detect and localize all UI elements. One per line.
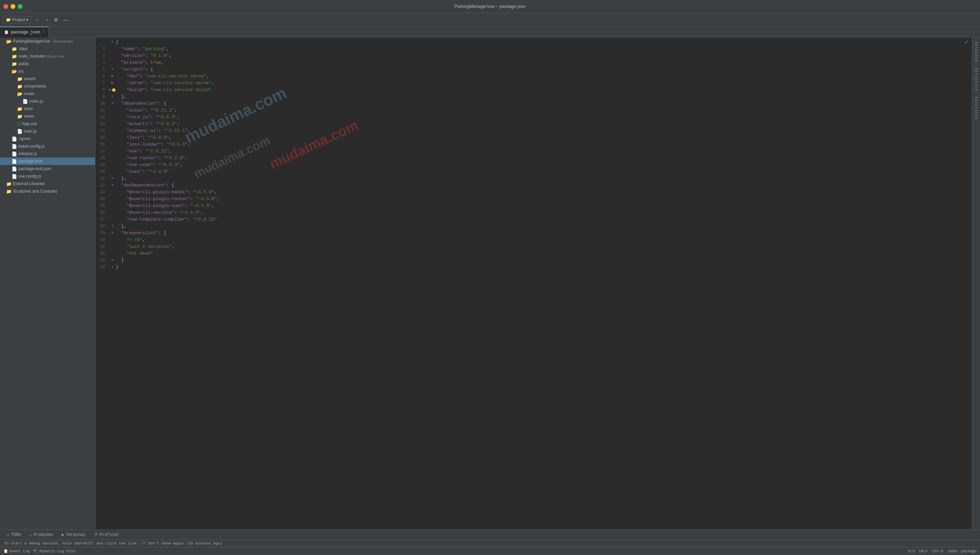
packagelock-icon: 📄 [11,166,17,172]
fold-close-root[interactable] [112,264,114,271]
profiler-icon: ⏱ [94,532,98,537]
file-saved-checkmark: ✓ [965,38,969,46]
extlibs-icon: 📁 [6,181,11,186]
database-panel-icon[interactable]: Database [973,40,980,64]
sidebar-item-package-json[interactable]: 📄 package.json [0,157,95,165]
minimize-button[interactable] [11,4,15,9]
sidebar-item-node-modules[interactable]: 📁 node_modules library root [0,53,95,60]
code-line-20: 20 "vuex": "^3.4.0" [96,168,972,175]
code-line-11: 11 "axios": "^0.21.1", [96,107,972,114]
sidebar-item-public[interactable]: 📁 public [0,60,95,67]
run-serve-btn[interactable]: ▶ [109,80,116,87]
js-file-icon: 📄 [22,99,28,104]
btab-profiler[interactable]: ⏱ Profiler [90,530,124,540]
assets-folder-icon: 📁 [17,76,22,82]
sidebar-item-components[interactable]: 📁 components [0,82,95,90]
run-build-btn[interactable]: ▶ [109,87,112,93]
code-editor[interactable]: mudaima.com mudaima.com mudaima.com ✓ { … [96,37,972,529]
fold-arrow-1[interactable] [112,39,114,46]
window-controls[interactable] [3,4,22,9]
sidebar-item-root[interactable]: 📂 ParkingManagerVue ~/Downloads [0,37,95,45]
fold-devdeps[interactable] [112,182,114,189]
status-encoding[interactable]: UTF-8 [932,549,943,553]
code-line-27: 27 "vue-template-compiler": "^2.6.11" [96,216,972,223]
title-bar: ParkingManagerVue – package.json [0,0,980,13]
btab-terminal[interactable]: ▶ Terminal [58,530,90,540]
code-line-7: 7 ▶ "serve": "vue-cli-service serve", [96,80,972,87]
sidebar-item-index-js[interactable]: 📄 index.js [0,98,95,105]
sidebar-item-src[interactable]: 📂 src [0,67,95,75]
status-file-type[interactable]: JSON: package [947,549,977,553]
status-line-ending[interactable]: CRLF [919,549,928,553]
status-plugin[interactable]: 🔌 Mybatis Log Plus [33,549,75,553]
code-line-30: 30 "> 1%", [96,237,972,244]
vue-file-icon: ⬡ [17,121,21,127]
sidebar-item-scratches[interactable]: 📁 Scratches and Consoles [0,188,95,195]
sidebar-item-babel-config[interactable]: 📄 babel.config.js [0,143,95,150]
fold-close-browsers[interactable] [112,257,114,264]
project-sidebar: 📂 ParkingManagerVue ~/Downloads 📁 .idea … [0,37,96,529]
code-line-24: 24 "@vue/cli-plugin-router": "~4.5.0", [96,196,972,202]
sidebar-item-views[interactable]: 📁 views [0,112,95,120]
status-position[interactable]: 9:5 [908,549,915,553]
status-left: 📋 Event Log 🔌 Mybatis Log Plus [3,549,904,553]
fold-deps[interactable] [112,100,114,107]
code-line-32: 32 "not dead" [96,250,972,257]
sidebar-item-main-js[interactable]: 📄 main.js [0,127,95,135]
babel-icon: 📄 [11,144,17,149]
code-line-4: 4 "private": true, [96,59,972,66]
status-event-log[interactable]: 📋 Event Log [3,549,30,553]
btab-todo[interactable]: ☑ TODO [3,530,25,540]
chevron-down-icon: ▾ [26,18,28,22]
public-folder-icon: 📁 [11,61,17,66]
sidebar-item-store[interactable]: 📁 store [0,105,95,112]
src-folder-icon: 📂 [11,69,17,74]
warning-dot [112,88,115,92]
sidebar-item-npmrc[interactable]: 📄 .npmrc [0,135,95,143]
vueconfig-icon: 📄 [11,174,17,179]
code-line-18: 18 "vue-router": "^3.2.0", [96,155,972,162]
code-line-6: 6 ▶ "dev": "vue-cli-service serve", [96,73,972,80]
npmrc-icon: 📄 [11,136,17,141]
fold-scripts[interactable] [112,66,114,73]
code-line-33: 33 ] [96,257,972,264]
code-line-17: 17 "vue": "^2.6.11", [96,148,972,155]
fold-browsers[interactable] [112,230,114,237]
sidebar-item-vue-config[interactable]: 📄 vue.config.js [0,173,95,180]
node-modules-icon: 📁 [11,54,17,59]
fold-close-deps[interactable] [112,175,114,182]
problems-icon: ⚠ [29,532,32,537]
project-button[interactable]: 📁 Project ▾ [3,16,31,24]
code-line-31: 31 "last 2 versions", [96,244,972,250]
editor-tabs: 📋 package.json × [0,27,980,37]
sidebar-item-app-vue[interactable]: ⬡ App.vue [0,120,95,127]
fold-close-scripts[interactable] [112,93,114,100]
plugin-icon: 🔌 [33,549,38,553]
code-line-25: 25 "@vue/cli-plugin-vuex": "~4.5.0", [96,202,972,209]
maximize-button[interactable] [18,4,22,9]
sidebar-item-package-lock[interactable]: 📄 package-lock.json [0,165,95,173]
sidebar-item-initialize-js[interactable]: 📄 initialize.js [0,150,95,157]
sidebar-item-idea[interactable]: 📁 .idea [0,45,95,53]
code-line-2: 2 "name": "parking", [96,46,972,53]
tab-close-button[interactable]: × [42,30,44,34]
tab-package-json[interactable]: 📋 package.json × [0,27,49,37]
btab-problems[interactable]: ⚠ Problems [25,530,58,540]
settings-button[interactable]: ⚙ [53,16,60,24]
favorites-panel-icon[interactable]: Favorites [973,95,980,121]
close-project-button[interactable]: — [62,16,69,24]
navigate-back-button[interactable]: ← [34,16,41,24]
run-dev-btn[interactable]: ▶ [109,73,116,80]
fold-close-devdeps[interactable] [112,223,114,230]
code-line-28: 28 }, [96,223,972,230]
code-line-26: 26 "@vue/cli-service": "~4.5.0", [96,209,972,216]
code-line-34: 34 } [96,264,972,271]
close-button[interactable] [3,4,8,9]
main-toolbar: 📁 Project ▾ ← → ⚙ — [0,13,980,27]
sidebar-item-router[interactable]: 📂 router [0,90,95,98]
bottom-toolbar: ☑ TODO ⚠ Problems ▶ Terminal ⏱ Profiler [0,529,980,540]
structure-panel-icon[interactable]: Structure [973,66,980,92]
sidebar-item-external-libs[interactable]: 📁 External Libraries [0,180,95,188]
sidebar-item-assets[interactable]: 📁 assets [0,75,95,82]
navigate-forward-button[interactable]: → [43,16,50,24]
